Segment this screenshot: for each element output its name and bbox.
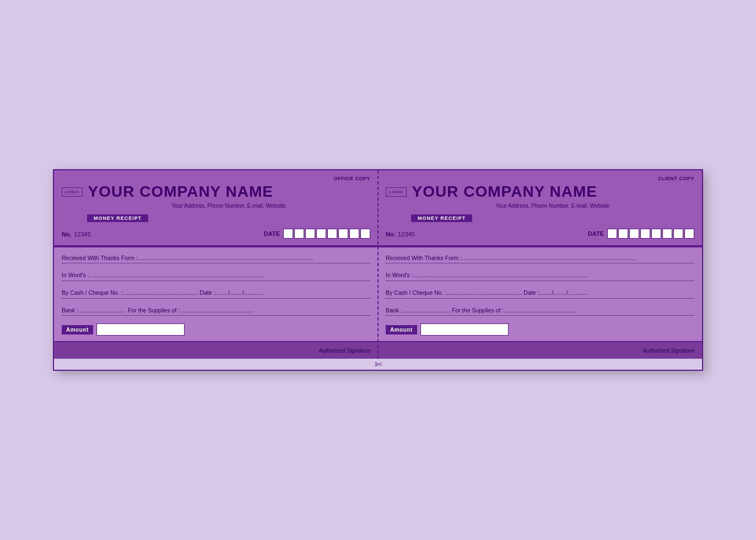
client-no-label: No. — [386, 231, 396, 237]
client-money-receipt-badge: MONEY RECEIPT — [411, 214, 472, 222]
client-copy-label: CLIENT COPY — [386, 176, 694, 181]
office-copy-body: Received With Thanks Form :.............… — [54, 246, 378, 342]
office-copy-footer: Authorized Signature — [54, 341, 378, 359]
client-bycash-field: By Cash / Cheque No. :..................… — [386, 289, 694, 299]
client-copy-footer: Authorized Signature — [378, 341, 702, 359]
client-company-details: Your Address, Phone Number, E-mail, Webs… — [411, 203, 694, 209]
date-box-8[interactable] — [360, 229, 370, 239]
scissor-row: ✄ — [54, 359, 702, 370]
client-date-box-4[interactable] — [640, 229, 650, 239]
office-received-field: Received With Thanks Form :.............… — [62, 254, 370, 264]
office-copy-header: OFFICE COPY LOGO YOUR COMPANY NAME Your … — [54, 170, 378, 246]
date-box-1[interactable] — [283, 229, 293, 239]
client-bank-field: Bank :.............................. For… — [386, 306, 694, 316]
office-authorized-sig: Authorized Signature — [319, 348, 370, 354]
client-amount-badge: Amount — [386, 325, 417, 334]
receipt-copies: OFFICE COPY LOGO YOUR COMPANY NAME Your … — [54, 170, 702, 359]
scissor-icon: ✄ — [375, 359, 382, 370]
office-no-label: No. — [62, 231, 72, 237]
client-copy: CLIENT COPY LOGO YOUR COMPANY NAME Your … — [378, 170, 702, 359]
date-box-7[interactable] — [349, 229, 359, 239]
client-date-box-6[interactable] — [662, 229, 672, 239]
client-no-section: No. 12345 — [386, 229, 415, 239]
office-date-label: DATE — [264, 230, 280, 237]
client-date-boxes — [607, 229, 694, 239]
client-received-field: Received With Thanks Form :.............… — [386, 254, 694, 264]
client-amount-input[interactable] — [420, 323, 509, 336]
client-company-row: LOGO YOUR COMPANY NAME — [386, 183, 694, 201]
client-inwords-field: In Word's :.............................… — [386, 271, 694, 281]
client-date-box-5[interactable] — [651, 229, 661, 239]
office-bycash-field: By Cash / Cheque No. :..................… — [62, 289, 370, 299]
client-copy-body: Received With Thanks Form :.............… — [378, 246, 702, 342]
office-copy: OFFICE COPY LOGO YOUR COMPANY NAME Your … — [54, 170, 378, 359]
date-box-3[interactable] — [305, 229, 315, 239]
office-company-name: YOUR COMPANY NAME — [88, 183, 273, 201]
date-box-4[interactable] — [316, 229, 326, 239]
client-logo-box: LOGO — [386, 187, 407, 197]
receipt-wrapper: OFFICE COPY LOGO YOUR COMPANY NAME Your … — [53, 169, 703, 371]
divider-line — [377, 170, 379, 359]
office-inwords-field: In Word's :.............................… — [62, 271, 370, 281]
office-bank-field: Bank :.............................. For… — [62, 306, 370, 316]
office-amount-input[interactable] — [96, 323, 185, 336]
office-money-receipt-badge: MONEY RECEIPT — [87, 214, 148, 222]
client-date-row: DATE — [588, 229, 694, 239]
client-date-box-3[interactable] — [629, 229, 639, 239]
office-no-date-row: No. 12345 DATE — [62, 226, 370, 242]
office-copy-label: OFFICE COPY — [62, 176, 370, 181]
date-box-5[interactable] — [327, 229, 337, 239]
date-box-2[interactable] — [294, 229, 304, 239]
office-logo-box: LOGO — [62, 187, 83, 197]
client-date-box-8[interactable] — [684, 229, 694, 239]
office-amount-row: Amount — [62, 323, 370, 336]
office-company-details: Your Address, Phone Number, E-mail, Webs… — [87, 203, 370, 209]
client-date-label: DATE — [588, 230, 604, 237]
office-no-section: No. 12345 — [62, 229, 91, 239]
client-authorized-sig: Authorized Signature — [643, 348, 694, 354]
client-no-value: 12345 — [398, 231, 415, 237]
date-box-6[interactable] — [338, 229, 348, 239]
office-date-boxes — [283, 229, 370, 239]
office-company-row: LOGO YOUR COMPANY NAME — [62, 183, 370, 201]
client-date-box-1[interactable] — [607, 229, 617, 239]
client-date-box-7[interactable] — [673, 229, 683, 239]
office-amount-badge: Amount — [62, 325, 93, 334]
client-company-name: YOUR COMPANY NAME — [412, 183, 597, 201]
client-date-box-2[interactable] — [618, 229, 628, 239]
client-no-date-row: No. 12345 DATE — [386, 226, 694, 242]
office-no-value: 12345 — [74, 231, 91, 237]
client-amount-row: Amount — [386, 323, 694, 336]
office-date-row: DATE — [264, 229, 370, 239]
client-copy-header: CLIENT COPY LOGO YOUR COMPANY NAME Your … — [378, 170, 702, 246]
